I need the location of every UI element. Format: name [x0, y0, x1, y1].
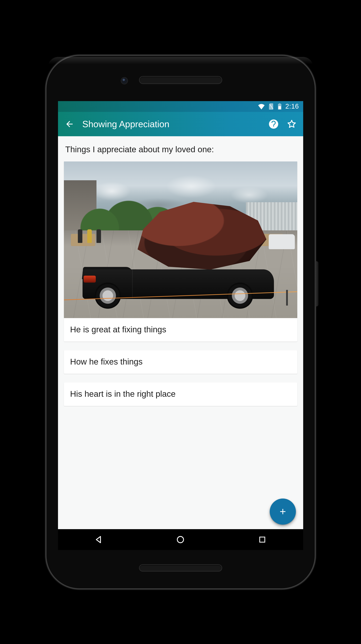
card-text: He is great at fixing things	[64, 318, 297, 342]
card-image	[64, 162, 297, 318]
wifi-icon	[258, 104, 265, 110]
page-title: Showing Appreciation	[78, 119, 267, 129]
phone-front-camera	[121, 78, 127, 84]
star-outline-icon	[287, 119, 297, 129]
back-arrow-icon	[65, 119, 74, 129]
appreciation-card[interactable]: How he fixes things	[64, 350, 297, 374]
no-sim-icon	[269, 103, 274, 110]
nav-recent-icon	[258, 536, 266, 544]
card-text: How he fixes things	[64, 350, 297, 374]
status-time: 2:16	[285, 103, 299, 110]
prompt-text: Things I appreciate about my loved one:	[65, 144, 296, 154]
help-button[interactable]	[267, 118, 280, 131]
favorite-button[interactable]	[285, 118, 298, 131]
plus-icon	[278, 507, 287, 516]
svg-point-2	[177, 536, 184, 543]
phone-earpiece	[140, 77, 221, 83]
svg-rect-3	[260, 537, 265, 542]
phone-bottom-speaker	[140, 565, 221, 571]
back-button[interactable]	[61, 112, 78, 136]
nav-home-icon	[176, 536, 185, 544]
svg-rect-0	[278, 106, 281, 109]
nav-recent-button[interactable]	[247, 529, 278, 550]
appreciation-card[interactable]: His heart is in the right place	[64, 382, 297, 406]
nav-home-button[interactable]	[165, 529, 196, 550]
screen: 2:16 Showing Appreciation	[58, 101, 303, 550]
nav-back-icon	[95, 536, 103, 544]
phone-power-button	[315, 261, 318, 306]
card-text: His heart is in the right place	[64, 382, 297, 406]
appreciation-card[interactable]: He is great at fixing things	[64, 162, 297, 342]
status-bar: 2:16	[58, 101, 303, 112]
content-area[interactable]: Things I appreciate about my loved one:	[58, 136, 303, 529]
add-button[interactable]	[270, 498, 296, 525]
phone-frame: 2:16 Showing Appreciation	[47, 56, 315, 588]
system-nav-bar	[58, 529, 303, 550]
app-bar: Showing Appreciation	[58, 112, 303, 136]
help-circle-icon	[268, 119, 279, 129]
nav-back-button[interactable]	[83, 529, 114, 550]
battery-icon	[278, 103, 282, 110]
